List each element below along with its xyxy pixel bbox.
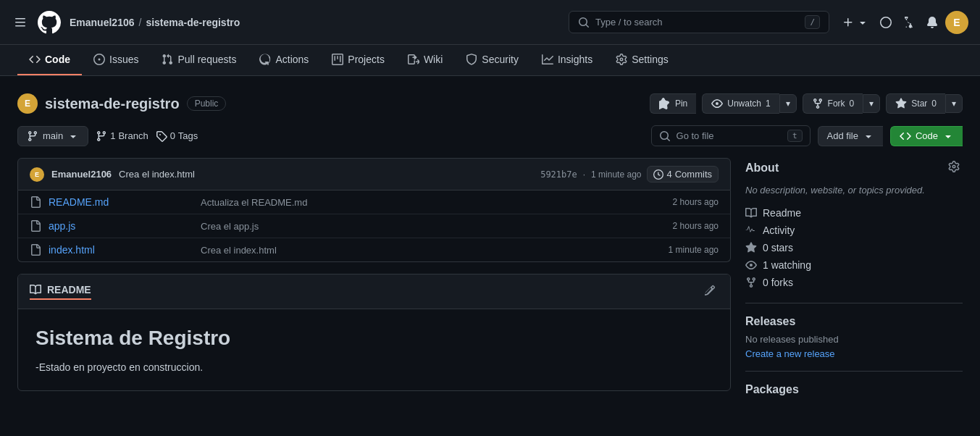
tab-actions[interactable]: Actions bbox=[248, 45, 320, 75]
file-name-appjs[interactable]: app.js bbox=[49, 220, 193, 232]
readme-section: README Sistema de Registro -Estado en pr… bbox=[17, 274, 731, 391]
pencil-icon bbox=[704, 285, 716, 296]
bell-icon bbox=[926, 17, 938, 28]
github-logo[interactable] bbox=[38, 11, 61, 34]
sidebar-divider-2 bbox=[745, 371, 963, 372]
commits-count: 4 bbox=[666, 169, 671, 180]
commit-meta: 5921b7e · 1 minute ago 4 Commits bbox=[540, 166, 719, 183]
no-releases-text: No releases published bbox=[745, 334, 963, 345]
readme-edit-button[interactable] bbox=[701, 282, 719, 301]
top-nav: Emanuel2106 / sistema-de-registro Type /… bbox=[0, 0, 980, 45]
toolbar: main 1 Branch 0 Tags Go to file t Add fi… bbox=[17, 125, 963, 146]
star-button[interactable]: Star 0 bbox=[886, 93, 945, 114]
repo-name: sistema-de-registro bbox=[146, 17, 240, 28]
tab-projects[interactable]: Projects bbox=[320, 45, 396, 75]
search-bar[interactable]: Type / to search / bbox=[569, 11, 829, 33]
stars-label: 0 stars bbox=[763, 242, 793, 253]
tags-btn[interactable]: 0 Tags bbox=[156, 130, 198, 142]
activity-label: Activity bbox=[763, 225, 795, 236]
circle-icon bbox=[880, 17, 892, 28]
sidebar: About No description, website, or topics… bbox=[745, 158, 963, 402]
packages-section: Packages bbox=[745, 383, 963, 396]
tab-settings-label: Settings bbox=[632, 54, 669, 65]
readme-sidebar-icon bbox=[745, 207, 757, 219]
tag-count: 0 bbox=[170, 130, 175, 141]
tab-security[interactable]: Security bbox=[454, 45, 530, 75]
file-list: README.md Actualiza el README.md 2 hours… bbox=[17, 190, 731, 262]
settings-icon bbox=[616, 54, 627, 65]
tab-settings[interactable]: Settings bbox=[604, 45, 680, 75]
code-icon bbox=[29, 54, 41, 65]
releases-header: Releases bbox=[745, 315, 963, 328]
wiki-icon bbox=[408, 54, 419, 65]
about-title: About bbox=[745, 162, 779, 175]
readme-heading: Sistema de Registro bbox=[35, 327, 713, 350]
go-to-file[interactable]: Go to file t bbox=[651, 125, 811, 146]
packages-header: Packages bbox=[745, 383, 963, 396]
unwatch-count: 1 bbox=[766, 98, 771, 109]
pin-button[interactable]: Pin bbox=[650, 93, 696, 114]
repo-name-heading: sistema-de-registro bbox=[45, 96, 180, 112]
sidebar-item-readme[interactable]: Readme bbox=[745, 204, 963, 222]
unwatch-button[interactable]: Unwatch 1 bbox=[702, 93, 779, 114]
star-icon bbox=[895, 98, 907, 109]
tag-icon bbox=[156, 130, 167, 142]
code-button[interactable]: Code bbox=[890, 126, 963, 146]
bell-button[interactable] bbox=[922, 12, 942, 33]
avatar[interactable]: E bbox=[945, 11, 968, 34]
pin-label: Pin bbox=[675, 98, 687, 109]
file-name-readme[interactable]: README.md bbox=[49, 196, 193, 208]
chevron-icon bbox=[67, 130, 79, 142]
tab-issues[interactable]: Issues bbox=[82, 45, 150, 75]
graph-icon bbox=[542, 54, 553, 65]
circle-button[interactable] bbox=[876, 12, 896, 33]
readme-title-text: README bbox=[47, 284, 91, 295]
branch-selector[interactable]: main bbox=[17, 126, 88, 146]
tab-insights[interactable]: Insights bbox=[530, 45, 604, 75]
username-link[interactable]: Emanuel2106 bbox=[70, 17, 135, 28]
fork-arrow[interactable]: ▾ bbox=[863, 94, 880, 113]
plus-button[interactable] bbox=[838, 12, 873, 33]
unwatch-label: Unwatch bbox=[727, 98, 761, 109]
plus-icon bbox=[842, 17, 854, 28]
branch-name: main bbox=[43, 130, 63, 141]
file-name-indexhtml[interactable]: index.html bbox=[49, 244, 193, 256]
repo-avatar: E bbox=[17, 93, 38, 114]
tab-actions-label: Actions bbox=[275, 54, 309, 65]
file-time-indexhtml: 1 minute ago bbox=[669, 245, 719, 255]
sidebar-item-forks[interactable]: 0 forks bbox=[745, 274, 963, 291]
tab-projects-label: Projects bbox=[348, 54, 385, 65]
add-file-chevron bbox=[863, 130, 874, 142]
code-group: Code bbox=[890, 126, 963, 146]
commits-link[interactable]: 4 Commits bbox=[647, 166, 719, 183]
breadcrumb: Emanuel2106 / sistema-de-registro bbox=[70, 17, 240, 28]
hamburger-button[interactable] bbox=[12, 14, 29, 31]
file-msg-readme: Actualiza el README.md bbox=[201, 197, 666, 208]
unwatch-arrow[interactable]: ▾ bbox=[779, 94, 797, 113]
star-label: Star bbox=[911, 98, 927, 109]
about-settings-button[interactable] bbox=[945, 158, 963, 177]
code-label: Code bbox=[916, 130, 938, 141]
tab-wiki[interactable]: Wiki bbox=[396, 45, 454, 75]
tab-insights-label: Insights bbox=[558, 54, 592, 65]
fork-button[interactable]: Fork 0 bbox=[803, 93, 863, 114]
tab-wiki-label: Wiki bbox=[424, 54, 443, 65]
create-release-link[interactable]: Create a new release bbox=[745, 348, 835, 359]
branch-count-btn[interactable]: 1 Branch bbox=[96, 130, 148, 142]
sidebar-item-stars[interactable]: 0 stars bbox=[745, 239, 963, 256]
sidebar-item-watching[interactable]: 1 watching bbox=[745, 256, 963, 274]
tab-pull-requests[interactable]: Pull requests bbox=[150, 45, 248, 75]
commit-hash[interactable]: 5921b7e bbox=[540, 169, 577, 180]
file-time-appjs: 2 hours ago bbox=[673, 221, 719, 231]
star-arrow[interactable]: ▾ bbox=[945, 94, 963, 113]
file-msg-indexhtml: Crea el index.html bbox=[201, 245, 661, 256]
merge-button[interactable] bbox=[899, 12, 919, 33]
add-file-button[interactable]: Add file bbox=[818, 126, 883, 146]
sidebar-item-activity[interactable]: Activity bbox=[745, 222, 963, 239]
file-icon-appjs bbox=[30, 220, 41, 232]
table-row: app.js Crea el app.js 2 hours ago bbox=[18, 214, 730, 238]
commit-author[interactable]: Emanuel2106 bbox=[51, 169, 112, 180]
tab-code[interactable]: Code bbox=[17, 45, 82, 75]
releases-section: Releases No releases published Create a … bbox=[745, 315, 963, 359]
code-btn-icon bbox=[900, 130, 911, 142]
